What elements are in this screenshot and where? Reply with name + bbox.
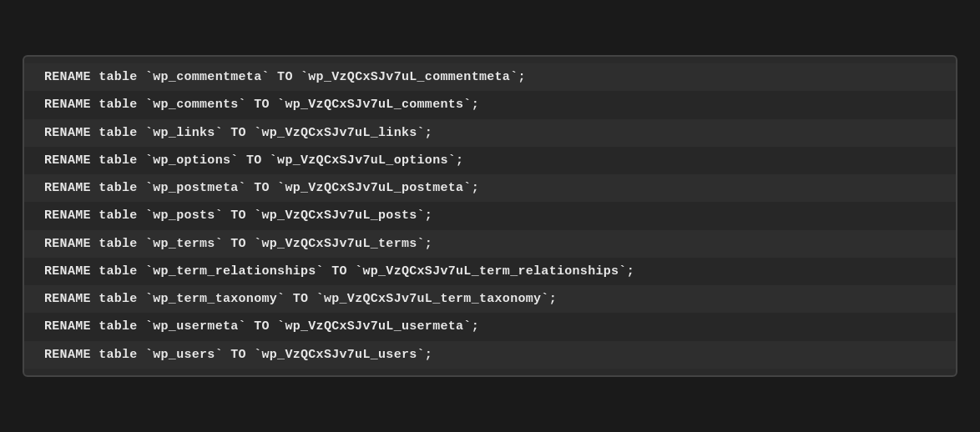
keyword-rename: RENAME: [44, 123, 91, 143]
keyword-to: TO: [230, 123, 246, 143]
code-line: RENAME table `wp_term_taxonomy` TO `wp_V…: [24, 285, 956, 313]
from-table: `wp_users`: [145, 345, 223, 364]
keyword-to: TO: [254, 317, 270, 336]
keyword-rename: RENAME: [44, 317, 91, 336]
to-table: `wp_VzQCxSJv7uL_usermeta`: [277, 317, 472, 336]
keyword-to: TO: [331, 262, 347, 281]
code-line: RENAME table `wp_terms` TO `wp_VzQCxSJv7…: [24, 230, 956, 258]
to-table: `wp_VzQCxSJv7uL_postmeta`: [277, 178, 472, 198]
keyword-to: TO: [293, 289, 309, 309]
keyword-to: TO: [277, 68, 293, 87]
to-table: `wp_VzQCxSJv7uL_users`: [254, 345, 425, 364]
code-line: RENAME table `wp_links` TO `wp_VzQCxSJv7…: [24, 119, 956, 147]
semicolon: ;: [627, 262, 634, 281]
keyword-table: table: [99, 289, 138, 309]
keyword-table: table: [99, 123, 138, 143]
code-line: RENAME table `wp_posts` TO `wp_VzQCxSJv7…: [24, 202, 956, 229]
keyword-to: TO: [254, 95, 270, 114]
semicolon: ;: [456, 151, 463, 170]
code-line: RENAME table `wp_postmeta` TO `wp_VzQCxS…: [24, 174, 956, 202]
keyword-rename: RENAME: [44, 234, 91, 254]
keyword-to: TO: [230, 345, 246, 364]
from-table: `wp_options`: [145, 151, 239, 170]
from-table: `wp_postmeta`: [145, 178, 246, 198]
from-table: `wp_comments`: [145, 95, 246, 114]
code-line: RENAME table `wp_comments` TO `wp_VzQCxS…: [24, 91, 956, 118]
keyword-rename: RENAME: [44, 68, 91, 87]
semicolon: ;: [425, 234, 432, 254]
from-table: `wp_commentmeta`: [145, 68, 270, 87]
semicolon: ;: [472, 95, 479, 114]
keyword-rename: RENAME: [44, 151, 91, 170]
keyword-to: TO: [230, 206, 246, 225]
from-table: `wp_term_relationships`: [145, 262, 324, 281]
keyword-to: TO: [230, 234, 246, 254]
semicolon: ;: [425, 123, 432, 143]
keyword-rename: RENAME: [44, 289, 91, 309]
semicolon: ;: [472, 178, 479, 198]
keyword-table: table: [99, 95, 138, 114]
keyword-rename: RENAME: [44, 262, 91, 281]
to-table: `wp_VzQCxSJv7uL_options`: [270, 151, 456, 170]
to-table: `wp_VzQCxSJv7uL_term_taxonomy`: [316, 289, 549, 309]
from-table: `wp_links`: [145, 123, 223, 143]
keyword-rename: RENAME: [44, 178, 91, 198]
keyword-table: table: [99, 317, 138, 336]
keyword-table: table: [99, 151, 138, 170]
semicolon: ;: [472, 317, 479, 336]
to-table: `wp_VzQCxSJv7uL_terms`: [254, 234, 425, 254]
from-table: `wp_posts`: [145, 206, 223, 225]
semicolon: ;: [425, 345, 432, 364]
keyword-rename: RENAME: [44, 95, 91, 114]
keyword-table: table: [99, 178, 138, 198]
semicolon: ;: [425, 206, 432, 225]
code-line: RENAME table `wp_term_relationships` TO …: [24, 258, 956, 285]
from-table: `wp_usermeta`: [145, 317, 246, 336]
code-line: RENAME table `wp_commentmeta` TO `wp_VzQ…: [24, 63, 956, 91]
keyword-rename: RENAME: [44, 345, 91, 364]
code-block: RENAME table `wp_commentmeta` TO `wp_VzQ…: [23, 55, 957, 377]
keyword-rename: RENAME: [44, 206, 91, 225]
keyword-table: table: [99, 206, 138, 225]
code-line: RENAME table `wp_usermeta` TO `wp_VzQCxS…: [24, 313, 956, 340]
keyword-table: table: [99, 345, 138, 364]
to-table: `wp_VzQCxSJv7uL_comments`: [277, 95, 472, 114]
semicolon: ;: [518, 68, 525, 87]
code-line: RENAME table `wp_users` TO `wp_VzQCxSJv7…: [24, 341, 956, 369]
keyword-to: TO: [254, 178, 270, 198]
code-line: RENAME table `wp_options` TO `wp_VzQCxSJ…: [24, 147, 956, 174]
keyword-to: TO: [246, 151, 262, 170]
to-table: `wp_VzQCxSJv7uL_commentmeta`: [301, 68, 518, 87]
to-table: `wp_VzQCxSJv7uL_links`: [254, 123, 425, 143]
semicolon: ;: [549, 289, 557, 309]
from-table: `wp_term_taxonomy`: [145, 289, 285, 309]
keyword-table: table: [99, 68, 138, 87]
to-table: `wp_VzQCxSJv7uL_term_relationships`: [355, 262, 627, 281]
from-table: `wp_terms`: [145, 234, 223, 254]
to-table: `wp_VzQCxSJv7uL_posts`: [254, 206, 425, 225]
keyword-table: table: [99, 234, 138, 254]
keyword-table: table: [99, 262, 138, 281]
